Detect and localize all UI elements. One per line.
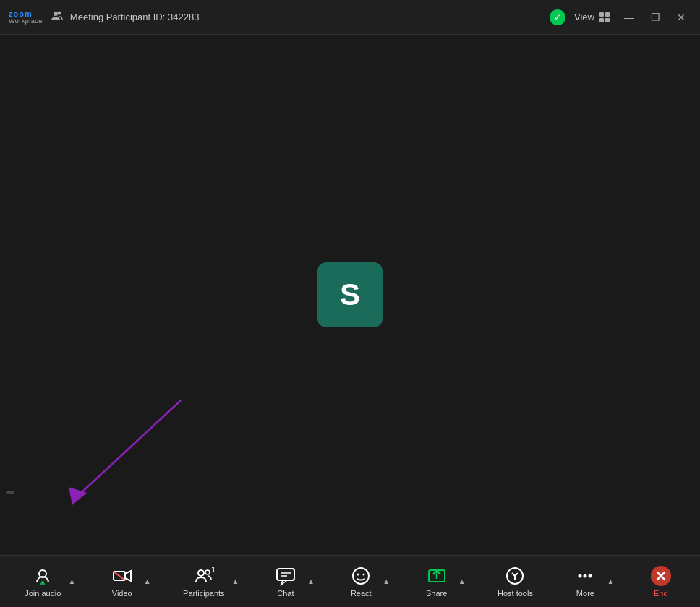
participant-label: [6, 491, 14, 494]
arrow-annotation: [29, 393, 188, 512]
participants-icon: [50, 9, 64, 25]
svg-rect-3: [605, 12, 610, 17]
react-group: React ▲: [339, 561, 391, 602]
svg-point-11: [198, 570, 204, 576]
more-icon: [575, 566, 595, 586]
more-label: More: [576, 589, 594, 598]
host-tools-group: Host tools: [490, 561, 540, 602]
end-group: End: [639, 561, 683, 602]
svg-rect-2: [599, 12, 604, 17]
svg-line-10: [114, 572, 125, 580]
zoom-logo: zoom Workplace: [9, 10, 43, 25]
security-button[interactable]: ✓: [550, 9, 565, 25]
shield-icon: ✓: [550, 9, 565, 25]
close-button[interactable]: ✕: [671, 7, 691, 27]
join-audio-label: Join audio: [25, 589, 61, 598]
video-group: Video ▲: [101, 561, 153, 602]
end-button[interactable]: End: [639, 561, 683, 602]
participants-group: 1 Participants ▲: [176, 561, 240, 602]
end-icon: [651, 566, 671, 586]
maximize-button[interactable]: ❐: [645, 7, 665, 27]
join-audio-chevron[interactable]: ▲: [67, 576, 77, 587]
svg-point-12: [205, 570, 210, 574]
view-label: View: [574, 12, 594, 22]
participants-chevron[interactable]: ▲: [231, 576, 241, 587]
minimize-button[interactable]: —: [619, 7, 639, 27]
main-content: S: [0, 35, 700, 555]
video-label: Video: [112, 589, 132, 598]
toolbar: Join audio ▲ Video ▲: [0, 555, 700, 607]
svg-point-16: [353, 568, 369, 584]
svg-point-24: [584, 574, 587, 577]
video-icon: [112, 566, 132, 586]
participants-button[interactable]: 1 Participants: [176, 561, 231, 602]
titlebar-left: zoom Workplace Meeting Participant ID: 3…: [9, 9, 199, 25]
share-group: Share ▲: [415, 561, 467, 602]
chat-chevron[interactable]: ▲: [306, 576, 316, 587]
titlebar: zoom Workplace Meeting Participant ID: 3…: [0, 0, 700, 35]
zoom-logo-zoom: zoom: [9, 10, 43, 18]
view-button[interactable]: View: [574, 12, 610, 23]
zoom-logo-workplace: Workplace: [9, 18, 43, 25]
video-button[interactable]: Video: [101, 561, 144, 602]
svg-point-0: [54, 12, 58, 16]
window-controls: — ❐ ✕: [619, 7, 691, 27]
join-audio-icon: [33, 566, 53, 586]
video-chevron[interactable]: ▲: [142, 576, 153, 587]
share-icon: [427, 566, 447, 586]
host-tools-label: Host tools: [498, 589, 533, 598]
meeting-info: Meeting Participant ID: 342283: [50, 9, 200, 25]
svg-point-23: [579, 574, 582, 577]
share-label: Share: [426, 589, 447, 598]
meeting-id-text: Meeting Participant ID: 342283: [70, 12, 200, 22]
avatar-letter: S: [340, 277, 360, 312]
participants-count: 1: [211, 566, 215, 574]
more-chevron[interactable]: ▲: [605, 576, 615, 587]
chat-button[interactable]: Chat: [264, 561, 307, 602]
svg-point-25: [589, 574, 592, 577]
host-tools-button[interactable]: Host tools: [490, 561, 540, 602]
share-chevron[interactable]: ▲: [457, 576, 467, 587]
chat-icon: [276, 566, 296, 586]
end-label: End: [654, 589, 668, 598]
react-chevron[interactable]: ▲: [381, 576, 391, 587]
svg-rect-5: [605, 18, 610, 22]
participants-icon: 1: [194, 566, 214, 586]
react-label: React: [351, 589, 372, 598]
more-group: More ▲: [563, 561, 615, 602]
chat-group: Chat ▲: [264, 561, 316, 602]
join-audio-group: Join audio ▲: [17, 561, 77, 602]
titlebar-right: ✓ View — ❐ ✕: [550, 7, 691, 27]
participants-label: Participants: [183, 589, 224, 598]
participant-avatar: S: [317, 262, 383, 327]
react-icon: [351, 566, 371, 586]
svg-point-1: [57, 12, 61, 15]
join-audio-button[interactable]: Join audio: [17, 561, 68, 602]
svg-point-17: [357, 573, 359, 575]
svg-point-18: [363, 573, 365, 575]
svg-rect-13: [277, 569, 294, 580]
react-button[interactable]: React: [339, 561, 383, 602]
chat-label: Chat: [277, 589, 294, 598]
more-button[interactable]: More: [563, 561, 607, 602]
svg-marker-6: [69, 487, 87, 505]
host-tools-icon: [505, 566, 525, 586]
svg-rect-4: [599, 18, 604, 22]
share-button[interactable]: Share: [415, 561, 458, 602]
